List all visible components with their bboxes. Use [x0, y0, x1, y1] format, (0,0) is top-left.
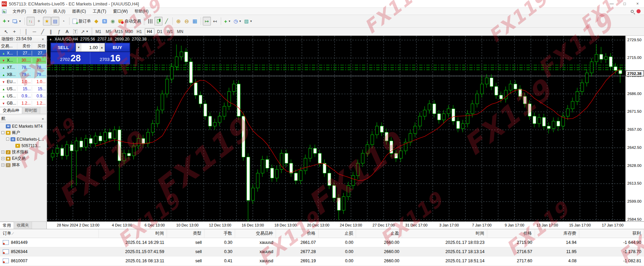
timeframe-W1[interactable]: W1 [165, 28, 175, 35]
orders-col-0[interactable]: 订单∕ [0, 229, 99, 238]
label-tool[interactable]: T [71, 28, 79, 35]
navigator-toggle[interactable]: ★ [43, 17, 51, 26]
metaeditor-button[interactable]: ◆ [92, 17, 101, 26]
periods-button[interactable]: ◷▼ [232, 17, 243, 26]
menu-item-4[interactable]: 工具(T) [89, 8, 109, 15]
buy-button[interactable]: BUY [105, 43, 130, 52]
tree-item-5[interactable]: +◆EA交易 [0, 155, 46, 162]
timeframe-H1[interactable]: H1 [135, 28, 144, 35]
strategy-tester-button[interactable]: ◔ [59, 17, 67, 26]
bar-chart-button[interactable] [146, 17, 154, 26]
collapse-expander-icon[interactable]: - [6, 138, 9, 141]
chart-shift-button[interactable]: ↤ [211, 17, 219, 26]
collapse-panel-icon[interactable]: ▲ [49, 37, 52, 41]
timeframe-M15[interactable]: M15 [114, 28, 124, 35]
minimize-button[interactable]: — [605, 0, 618, 7]
timeframe-H4[interactable]: H4 [145, 28, 154, 35]
sell-price[interactable]: 2702 28 [51, 52, 90, 64]
orders-col-10[interactable]: 库存费 [535, 229, 579, 238]
market-watch-row[interactable]: ▲XT...78....78.... [0, 64, 46, 71]
expand-expander-icon[interactable]: + [1, 163, 4, 167]
chart-canvas[interactable] [47, 36, 625, 221]
order-row[interactable]: 86100072025.01.16 08:13:11sell0.41xauusd… [0, 256, 644, 266]
data-window-button[interactable]: ＋ [35, 17, 43, 26]
tree-item-6[interactable]: +≡脚本 [0, 162, 46, 168]
zoom-out-button[interactable]: ⊖ [183, 17, 191, 26]
orders-col-4[interactable]: 交易品种 [235, 229, 276, 238]
trendline-tool[interactable]: ╱ [39, 28, 47, 35]
price-axis[interactable]: 2729.502715.002700.502686.002671.502657.… [625, 36, 644, 221]
orders-col-7[interactable]: 止盈 [356, 229, 402, 238]
orders-col-2[interactable]: 类型 [167, 229, 204, 238]
market-watch-tab-交易品种[interactable]: 交易品种 [0, 107, 22, 114]
arrows-tool[interactable]: ↗▼ [79, 28, 90, 35]
crosshair-tool[interactable]: ＋ [10, 28, 18, 35]
market-watch-row[interactable]: ▼GB...1.2...1.2... [0, 100, 46, 107]
tree-item-3[interactable]: ●5057113... [0, 142, 46, 149]
tree-item-1[interactable]: -☻账户 [0, 129, 46, 136]
market-watch-toggle[interactable]: ↑↓ [27, 17, 35, 26]
menu-item-5[interactable]: 窗口(W) [110, 8, 131, 15]
market-watch-row[interactable]: ▲US...15...15... [0, 85, 46, 93]
indicators-button[interactable]: +▼ [223, 17, 232, 26]
signals-button[interactable]: S [101, 17, 109, 26]
market-watch-row[interactable]: ▲US...0.9...0.9... [0, 93, 46, 100]
tree-item-2[interactable]: -▤ECMarkets-L... [0, 136, 46, 142]
zoom-in-button[interactable]: ⊕ [174, 17, 183, 26]
market-button[interactable]: ◉ [109, 17, 117, 26]
sell-button[interactable]: SELL [51, 43, 76, 52]
templates-button[interactable]: ▧▼ [243, 17, 254, 26]
orders-col-9[interactable]: 价格 [487, 229, 535, 238]
market-watch-row[interactable]: ▲XB...79....79.... [0, 71, 46, 78]
close-icon[interactable]: × [41, 37, 45, 41]
close-icon[interactable]: × [41, 117, 45, 121]
orders-col-8[interactable]: 时间 [402, 229, 487, 238]
auto-scroll-button[interactable]: ↦ [203, 17, 211, 26]
bottom-tab-常用[interactable]: 常用 [0, 222, 14, 229]
new-order-button[interactable]: 新订单 [71, 17, 92, 26]
close-button[interactable]: × [631, 0, 644, 7]
timeframe-MN[interactable]: MN [175, 28, 185, 35]
menu-item-1[interactable]: 显示(V) [29, 8, 50, 15]
orders-col-11[interactable]: 获利 [579, 229, 644, 238]
volume-decrease-button[interactable]: ▼ [76, 43, 81, 51]
tree-item-4[interactable]: +ƒ技术指标 [0, 149, 46, 155]
menu-item-2[interactable]: 插入(I) [50, 8, 68, 15]
chart-area[interactable]: ▲ XAUUSD,H4 2705.56 2707.18 2699.20 2702… [47, 36, 644, 221]
fibonacci-tool[interactable]: ƒ [55, 28, 63, 35]
maximize-button[interactable]: □ [618, 0, 631, 7]
menu-item-0[interactable]: 文件(F) [9, 8, 29, 15]
market-watch-row[interactable]: ▼EU...1.0...1.0... [0, 78, 46, 85]
tile-windows-button[interactable]: ▦ [191, 17, 199, 26]
time-axis[interactable]: 28 Nov 20242 Dec 13:004 Dec 13:006 Dec 1… [47, 221, 644, 229]
channel-tool[interactable]: ∥ [47, 28, 55, 35]
bottom-tab-收藏夹[interactable]: 收藏夹 [14, 222, 32, 229]
market-watch-row[interactable]: ▲X...27...27... [0, 50, 46, 57]
orders-col-6[interactable]: 止损 [319, 229, 356, 238]
tree-item-0[interactable]: MEC Markets MT4 [0, 123, 46, 129]
terminal-toggle[interactable]: ▤ [51, 17, 59, 26]
timeframe-M1[interactable]: M1 [94, 28, 103, 35]
market-watch-tab-即时图[interactable]: 即时图 [22, 107, 40, 114]
market-watch-row[interactable]: ▼X...30....30.... [0, 57, 46, 64]
timeframe-M5[interactable]: M5 [104, 28, 113, 35]
chart-window-icon[interactable] [2, 10, 6, 13]
orders-col-3[interactable]: 手数 [204, 229, 235, 238]
expand-expander-icon[interactable]: + [1, 151, 4, 154]
vertical-line-tool[interactable]: │ [22, 28, 30, 35]
line-chart-button[interactable]: ╱ [163, 17, 171, 26]
text-tool[interactable]: A [63, 28, 71, 35]
orders-col-5[interactable]: 价格 [276, 229, 319, 238]
horizontal-line-tool[interactable]: ─ [30, 28, 39, 35]
notification-icon[interactable] [637, 9, 641, 13]
auto-trading-button[interactable]: 自动交易 [117, 17, 142, 26]
menu-item-3[interactable]: 图表(C) [69, 8, 90, 15]
timeframe-M30[interactable]: M30 [124, 28, 134, 35]
volume-increase-button[interactable]: ▲ [99, 43, 105, 51]
menu-item-6[interactable]: 帮助(H) [131, 8, 152, 15]
collapse-expander-icon[interactable]: - [1, 131, 4, 134]
orders-col-1[interactable]: 时间 [99, 229, 167, 238]
timeframe-D1[interactable]: D1 [155, 28, 165, 35]
cursor-tool[interactable]: ↖ [2, 28, 10, 35]
buy-price[interactable]: 2703 16 [90, 52, 130, 64]
